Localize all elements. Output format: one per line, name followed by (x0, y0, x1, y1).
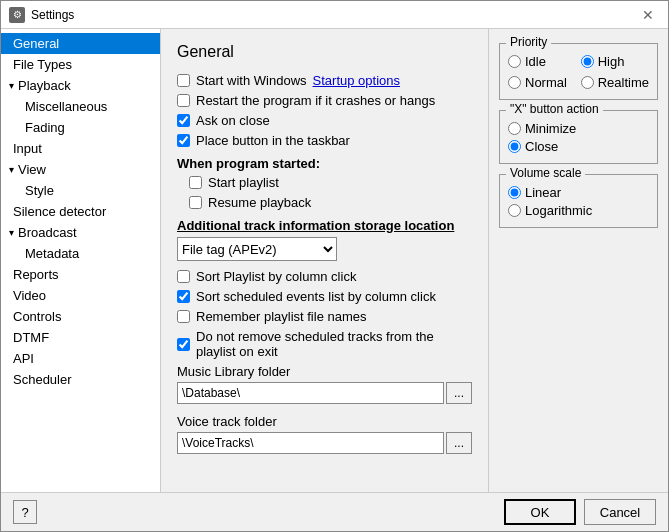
sidebar-item-input[interactable]: Input (1, 138, 160, 159)
when-started-section: Start playlist Resume playback (189, 175, 472, 210)
remember-playlist-label: Remember playlist file names (196, 309, 367, 324)
sidebar-item-reports[interactable]: Reports (1, 264, 160, 285)
sort-playlist-row: Sort Playlist by column click (177, 269, 472, 284)
track-storage-dropdown[interactable]: File tag (APEv2) Database None (177, 237, 337, 261)
sidebar-item-fading[interactable]: Fading (1, 117, 160, 138)
xbutton-options: Minimize Close (508, 121, 649, 154)
start-with-windows-row: Start with Windows Startup options (177, 73, 472, 88)
sidebar-group-playback-label: Playback (18, 78, 71, 93)
priority-realtime-label: Realtime (598, 75, 649, 90)
sidebar-item-metadata[interactable]: Metadata (1, 243, 160, 264)
sidebar-item-filetypes[interactable]: File Types (1, 54, 160, 75)
dialog-buttons: OK Cancel (504, 499, 656, 525)
additional-track-label: Additional track information storage loc… (177, 218, 472, 233)
sidebar-group-broadcast-label: Broadcast (18, 225, 77, 240)
voice-folder-input[interactable] (177, 432, 444, 454)
priority-high-label: High (598, 54, 625, 69)
xbutton-close-label: Close (525, 139, 558, 154)
sidebar-group-playback[interactable]: ▾ Playback (1, 75, 160, 96)
ask-close-checkbox[interactable] (177, 114, 190, 127)
sidebar-item-scheduler[interactable]: Scheduler (1, 369, 160, 390)
restart-checkbox[interactable] (177, 94, 190, 107)
xbutton-minimize-radio[interactable] (508, 122, 521, 135)
priority-group: Priority Idle High Normal (499, 43, 658, 100)
ask-close-label: Ask on close (196, 113, 270, 128)
restart-row: Restart the program if it crashes or han… (177, 93, 472, 108)
priority-normal-label: Normal (525, 75, 567, 90)
volume-linear-row: Linear (508, 185, 649, 200)
content-area: General File Types ▾ Playback Miscellane… (1, 29, 668, 492)
priority-options: Idle High Normal Realtime (508, 54, 649, 93)
voice-folder-row: ... (177, 432, 472, 454)
ok-button[interactable]: OK (504, 499, 576, 525)
voice-folder-label: Voice track folder (177, 414, 472, 429)
volume-linear-radio[interactable] (508, 186, 521, 199)
page-title: General (177, 43, 472, 61)
startup-options-link[interactable]: Startup options (313, 73, 400, 88)
sidebar-item-video[interactable]: Video (1, 285, 160, 306)
taskbar-row: Place button in the taskbar (177, 133, 472, 148)
voice-folder-browse-button[interactable]: ... (446, 432, 472, 454)
priority-high-row: High (581, 54, 649, 69)
sort-playlist-label: Sort Playlist by column click (196, 269, 356, 284)
resume-playback-checkbox[interactable] (189, 196, 202, 209)
start-playlist-checkbox[interactable] (189, 176, 202, 189)
sidebar: General File Types ▾ Playback Miscellane… (1, 29, 161, 492)
sidebar-item-general[interactable]: General (1, 33, 160, 54)
xbutton-close-radio[interactable] (508, 140, 521, 153)
priority-idle-row: Idle (508, 54, 575, 69)
volume-group: Volume scale Linear Logarithmic (499, 174, 658, 228)
remember-playlist-row: Remember playlist file names (177, 309, 472, 324)
window-title: Settings (31, 8, 636, 22)
priority-normal-row: Normal (508, 75, 575, 90)
start-playlist-row: Start playlist (189, 175, 472, 190)
sidebar-item-dtmf[interactable]: DTMF (1, 327, 160, 348)
ask-close-row: Ask on close (177, 113, 472, 128)
sidebar-item-miscellaneous[interactable]: Miscellaneous (1, 96, 160, 117)
resume-playback-row: Resume playback (189, 195, 472, 210)
music-folder-input[interactable] (177, 382, 444, 404)
taskbar-checkbox[interactable] (177, 134, 190, 147)
donot-remove-row: Do not remove scheduled tracks from the … (177, 329, 472, 359)
sort-events-label: Sort scheduled events list by column cli… (196, 289, 436, 304)
xbutton-group-title: "X" button action (506, 102, 603, 116)
priority-normal-radio[interactable] (508, 76, 521, 89)
sidebar-group-view-label: View (18, 162, 46, 177)
taskbar-label: Place button in the taskbar (196, 133, 350, 148)
volume-log-radio[interactable] (508, 204, 521, 217)
xbutton-close-row: Close (508, 139, 649, 154)
titlebar: ⚙ Settings ✕ (1, 1, 668, 29)
remember-playlist-checkbox[interactable] (177, 310, 190, 323)
priority-idle-radio[interactable] (508, 55, 521, 68)
sort-playlist-checkbox[interactable] (177, 270, 190, 283)
priority-realtime-radio[interactable] (581, 76, 594, 89)
sidebar-item-controls[interactable]: Controls (1, 306, 160, 327)
start-with-windows-label: Start with Windows (196, 73, 307, 88)
xbutton-group: "X" button action Minimize Close (499, 110, 658, 164)
priority-realtime-row: Realtime (581, 75, 649, 90)
sidebar-group-broadcast[interactable]: ▾ Broadcast (1, 222, 160, 243)
start-playlist-label: Start playlist (208, 175, 279, 190)
music-folder-browse-button[interactable]: ... (446, 382, 472, 404)
cancel-button[interactable]: Cancel (584, 499, 656, 525)
donot-remove-checkbox[interactable] (177, 338, 190, 351)
sidebar-item-api[interactable]: API (1, 348, 160, 369)
volume-group-title: Volume scale (506, 166, 585, 180)
sidebar-item-silence[interactable]: Silence detector (1, 201, 160, 222)
when-started-label: When program started: (177, 156, 472, 171)
start-with-windows-checkbox[interactable] (177, 74, 190, 87)
close-button[interactable]: ✕ (636, 7, 660, 23)
window-icon: ⚙ (9, 7, 25, 23)
restart-label: Restart the program if it crashes or han… (196, 93, 435, 108)
track-storage-dropdown-row: File tag (APEv2) Database None (177, 237, 472, 261)
help-button[interactable]: ? (13, 500, 37, 524)
sidebar-item-style[interactable]: Style (1, 180, 160, 201)
priority-high-radio[interactable] (581, 55, 594, 68)
donot-remove-label: Do not remove scheduled tracks from the … (196, 329, 472, 359)
bottom-bar: ? OK Cancel (1, 492, 668, 531)
music-folder-row: ... (177, 382, 472, 404)
playback-arrow-icon: ▾ (9, 80, 14, 91)
sidebar-group-view[interactable]: ▾ View (1, 159, 160, 180)
sort-events-checkbox[interactable] (177, 290, 190, 303)
xbutton-minimize-label: Minimize (525, 121, 576, 136)
